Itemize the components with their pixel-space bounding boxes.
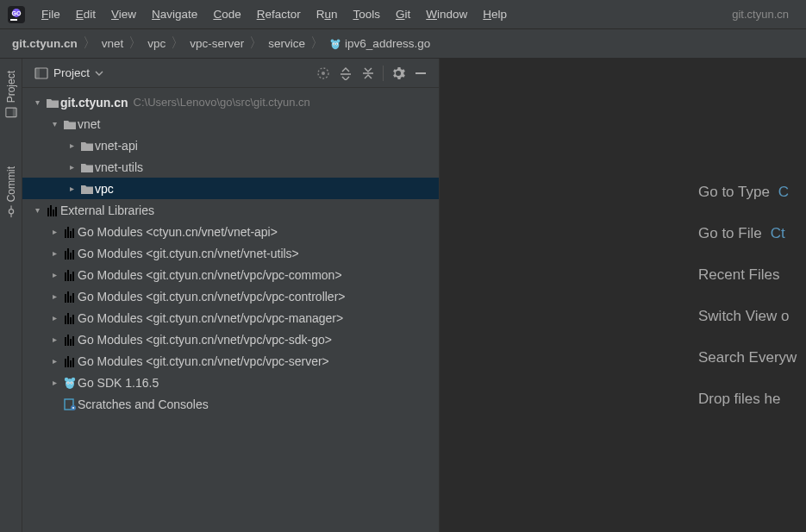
svg-text:GO: GO xyxy=(12,10,22,16)
library-icon xyxy=(62,312,78,324)
tree-row[interactable]: ▸Go Modules <git.ctyun.cn/vnet/vpc/vpc-c… xyxy=(22,264,439,285)
app-logo: GO xyxy=(7,5,26,24)
breadcrumb-bar: git.ctyun.cn 〉 vnet 〉 vpc 〉 vpc-server 〉… xyxy=(0,29,806,59)
menu-edit[interactable]: Edit xyxy=(69,4,103,24)
chevron-right-icon[interactable]: ▸ xyxy=(47,270,62,279)
chevron-right-icon[interactable]: ▸ xyxy=(47,248,62,258)
scratches-icon xyxy=(62,397,78,411)
tree-label: Go Modules <git.ctyun.cn/vnet/vnet-utils… xyxy=(78,247,299,260)
breadcrumb-root[interactable]: git.ctyun.cn xyxy=(9,37,81,50)
chevron-right-icon[interactable]: ▸ xyxy=(64,184,79,193)
breadcrumb-item[interactable]: vpc xyxy=(144,37,169,50)
menu-run[interactable]: Run xyxy=(309,4,345,24)
expand-all-button[interactable] xyxy=(334,62,357,84)
svg-rect-16 xyxy=(10,19,17,21)
tree-row-selected[interactable]: ▸ vpc xyxy=(22,178,439,199)
menu-file[interactable]: File xyxy=(34,4,67,24)
library-icon xyxy=(62,334,78,346)
chevron-right-icon: 〉 xyxy=(247,34,265,53)
folder-icon xyxy=(79,183,95,195)
hide-panel-button[interactable] xyxy=(409,62,432,84)
menu-view[interactable]: View xyxy=(104,4,143,24)
project-icon xyxy=(34,66,48,80)
svg-point-17 xyxy=(9,210,13,214)
tree-label: External Libraries xyxy=(60,203,154,217)
chevron-right-icon: 〉 xyxy=(81,34,98,53)
chevron-down-icon[interactable]: ▾ xyxy=(29,205,45,215)
tree-row-project-root[interactable]: ▾ git.ctyun.cn C:\Users\Lenovo\go\src\gi… xyxy=(22,91,439,113)
gear-icon[interactable] xyxy=(387,62,409,84)
project-panel-header: Project xyxy=(22,59,439,88)
breadcrumb-item[interactable]: vpc-server xyxy=(186,37,247,50)
project-tree[interactable]: ▾ git.ctyun.cn C:\Users\Lenovo\go\src\gi… xyxy=(22,88,439,532)
tree-label: git.ctyun.cn xyxy=(60,96,128,110)
svg-rect-22 xyxy=(415,72,426,74)
chevron-down-icon[interactable]: ▾ xyxy=(29,97,45,107)
menu-code[interactable]: Code xyxy=(206,4,247,24)
tree-row-external-libraries[interactable]: ▾ External Libraries xyxy=(22,199,439,221)
folder-icon xyxy=(45,97,60,109)
tree-label: Go Modules <ctyun.cn/vnet/vnet-api> xyxy=(78,225,278,239)
tree-label: Go Modules <git.ctyun.cn/vnet/vpc/vpc-se… xyxy=(78,354,329,368)
chevron-right-icon[interactable]: ▸ xyxy=(64,162,79,172)
menu-refactor[interactable]: Refactor xyxy=(250,4,308,24)
hint-switch-view: Switch View o xyxy=(440,296,806,337)
hint-go-to-file: Go to FileCt xyxy=(440,213,806,254)
menu-navigate[interactable]: Navigate xyxy=(145,4,204,24)
chevron-right-icon[interactable]: ▸ xyxy=(47,356,62,366)
menu-git[interactable]: Git xyxy=(389,4,417,24)
tree-row[interactable]: ▸Go Modules <git.ctyun.cn/vnet/vpc/vpc-c… xyxy=(22,285,439,307)
tree-row[interactable]: ▸Go Modules <git.ctyun.cn/vnet/vpc/vpc-s… xyxy=(22,329,439,350)
library-icon xyxy=(45,204,60,216)
collapse-all-button[interactable] xyxy=(357,62,379,84)
tree-row[interactable]: ▸ vnet-utils xyxy=(22,156,439,178)
breadcrumb-item[interactable]: vnet xyxy=(98,37,128,50)
library-icon xyxy=(62,291,78,303)
toolwindow-commit[interactable]: Commit xyxy=(3,161,19,222)
hint-recent-files: Recent Files xyxy=(440,254,806,296)
library-icon xyxy=(62,247,78,260)
chevron-right-icon[interactable]: ▸ xyxy=(47,291,62,301)
tree-row-scratches[interactable]: ▸ Scratches and Consoles xyxy=(22,393,439,415)
project-view-selector[interactable]: Project xyxy=(29,65,109,82)
breadcrumb-item[interactable]: service xyxy=(265,37,309,50)
select-opened-file-button[interactable] xyxy=(312,62,334,84)
tree-row[interactable]: ▾ vnet xyxy=(22,113,439,135)
tree-row-sdk[interactable]: ▸ Go SDK 1.16.5 xyxy=(22,372,439,393)
tree-label: Go Modules <git.ctyun.cn/vnet/vpc/vpc-co… xyxy=(78,268,342,282)
tree-label: Go Modules <git.ctyun.cn/vnet/vpc/vpc-ma… xyxy=(78,311,343,325)
folder-icon xyxy=(79,161,95,173)
left-tool-strip: Project Commit xyxy=(0,59,22,532)
chevron-right-icon[interactable]: ▸ xyxy=(47,227,62,236)
tree-label: vnet-api xyxy=(95,139,138,153)
chevron-right-icon[interactable]: ▸ xyxy=(47,313,62,322)
folder-icon xyxy=(79,140,95,152)
chevron-right-icon[interactable]: ▸ xyxy=(47,335,62,344)
editor-empty-state: Go to TypeC Go to FileCt Recent Files Sw… xyxy=(440,59,806,532)
library-icon xyxy=(62,269,78,281)
tree-row[interactable]: ▸Go Modules <git.ctyun.cn/vnet/vpc/vpc-s… xyxy=(22,350,439,372)
chevron-down-icon[interactable]: ▾ xyxy=(47,119,62,128)
toolwindow-project[interactable]: Project xyxy=(3,66,19,123)
tree-row[interactable]: ▸Go Modules <git.ctyun.cn/vnet/vpc/vpc-m… xyxy=(22,307,439,329)
chevron-right-icon[interactable]: ▸ xyxy=(47,378,62,387)
tree-label: vpc xyxy=(95,182,114,196)
chevron-right-icon: 〉 xyxy=(309,34,326,53)
gopher-icon xyxy=(62,376,78,390)
chevron-down-icon xyxy=(95,69,103,78)
library-icon xyxy=(62,355,78,367)
tree-path: C:\Users\Lenovo\go\src\git.ctyun.cn xyxy=(134,96,310,109)
tree-row[interactable]: ▸Go Modules <git.ctyun.cn/vnet/vnet-util… xyxy=(22,242,439,264)
menu-tools[interactable]: Tools xyxy=(346,4,387,24)
window-title: git.ctyun.cn xyxy=(732,8,799,21)
tree-label: vnet-utils xyxy=(95,160,143,174)
chevron-right-icon: 〉 xyxy=(127,34,144,53)
menu-help[interactable]: Help xyxy=(476,4,514,24)
tree-row[interactable]: ▸ vnet-api xyxy=(22,135,439,156)
chevron-right-icon[interactable]: ▸ xyxy=(64,141,79,150)
menu-window[interactable]: Window xyxy=(419,4,474,24)
breadcrumb-file[interactable]: ipv6_address.go xyxy=(326,37,434,50)
tree-label: Go Modules <git.ctyun.cn/vnet/vpc/vpc-co… xyxy=(78,290,345,304)
tree-row[interactable]: ▸Go Modules <ctyun.cn/vnet/vnet-api> xyxy=(22,221,439,242)
folder-icon xyxy=(62,118,78,130)
